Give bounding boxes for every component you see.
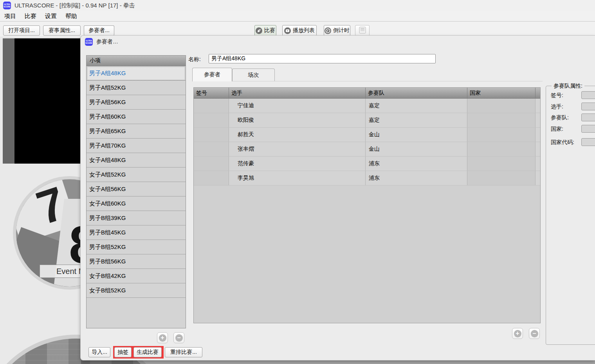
title-bar: ULTRA SCORE ULTRASCORE - [控制端] - 0.94 NP… (0, 0, 595, 11)
team-properties-group: 参赛队属性: 签号: 选手: 参赛队: 国家: 国家代码: (546, 86, 595, 345)
cell-filler (536, 171, 540, 185)
col-team[interactable]: 参赛队 (366, 88, 467, 98)
list-item[interactable]: 男子A组70KG (87, 139, 186, 153)
countdown-button[interactable]: 倒计时 (324, 25, 350, 36)
table-row[interactable]: 李昊旭 浦东 (194, 171, 540, 186)
cell-filler (536, 99, 540, 113)
name-label: 名称: (188, 56, 201, 63)
rocket-icon (256, 27, 262, 34)
app-logo-line2: SCORE (4, 5, 11, 8)
col-player[interactable]: 选手 (229, 88, 366, 98)
country-code-label: 国家代码: (551, 139, 574, 146)
cell-player: 张丰熠 (229, 142, 366, 156)
match-view-button[interactable]: 比赛 (254, 25, 276, 36)
window-title: ULTRASCORE - [控制端] - 0.94 NP [17] - 拳击 (14, 2, 135, 9)
minus-icon: − (531, 330, 538, 337)
participants-button[interactable]: 参赛者... (84, 25, 114, 36)
country-code-field[interactable] (581, 138, 595, 146)
event-list-header: 小项 (87, 56, 186, 66)
name-input[interactable] (209, 54, 436, 63)
tab-matches[interactable]: 场次 (232, 68, 275, 81)
list-item[interactable]: 女子B组52KG (87, 283, 186, 298)
cell-team: 金山 (366, 142, 467, 156)
cell-filler (536, 157, 540, 171)
col-country[interactable]: 国家 (467, 88, 536, 98)
cell-team: 嘉定 (366, 99, 467, 113)
tab-participants[interactable]: 参赛者 (192, 68, 232, 81)
list-item[interactable]: 男子B组56KG (87, 254, 186, 269)
list-item[interactable]: 女子A组60KG (87, 196, 186, 211)
import-button[interactable]: 导入... (88, 347, 110, 357)
table-row[interactable]: 郝胜天 金山 (194, 128, 540, 142)
cell-player: 郝胜天 (229, 128, 366, 142)
toolbar: 打开项目... 赛事属性... 参赛者... 比赛 播放列表 倒计时 (0, 22, 595, 37)
event-listbox: 小项 男子A组48KG 男子A组52KG 男子A组56KG 男子A组60KG 男… (86, 55, 186, 328)
country-field[interactable] (581, 125, 595, 133)
dialog-titlebar: ULTRA SCORE 参赛者… (85, 38, 118, 46)
table-row[interactable]: 范传豪 浦东 (194, 157, 540, 171)
video-preview (3, 38, 80, 164)
playlist-button[interactable]: 播放列表 (282, 25, 317, 36)
sign-field[interactable] (581, 91, 595, 99)
cell-player: 范传豪 (229, 157, 366, 171)
draw-lots-button[interactable]: 抽签 (114, 347, 132, 357)
cell-player: 李昊旭 (229, 171, 366, 185)
cell-team: 浦东 (366, 171, 467, 185)
list-remove-button[interactable]: − (173, 332, 184, 343)
list-item[interactable]: 女子A组56KG (87, 182, 186, 196)
list-item[interactable]: 男子A组56KG (87, 95, 186, 110)
rearrange-match-button[interactable]: 重排比赛... (165, 347, 202, 357)
table-row[interactable]: 张丰熠 金山 (194, 142, 540, 157)
cell-sign (194, 157, 229, 171)
list-item[interactable]: 女子A组52KG (87, 168, 186, 182)
participant-remove-button[interactable]: − (529, 328, 540, 339)
plus-icon: + (514, 330, 521, 337)
menu-match[interactable]: 比赛 (20, 11, 41, 22)
playlist-icon (284, 27, 291, 34)
cell-filler (536, 113, 540, 127)
cell-country (467, 171, 536, 185)
col-sign[interactable]: 签号 (194, 88, 229, 98)
list-add-button[interactable]: + (157, 332, 168, 343)
countdown-label: 倒计时 (333, 27, 350, 34)
cell-player: 宁佳迪 (229, 99, 366, 113)
list-item[interactable]: 男子A组60KG (87, 110, 186, 124)
list-item[interactable]: 男子A组65KG (87, 124, 186, 139)
menu-help[interactable]: 帮助 (61, 11, 81, 22)
notes-button[interactable] (355, 25, 370, 36)
list-item[interactable]: 男子B组45KG (87, 225, 186, 240)
participant-add-button[interactable]: + (512, 328, 523, 339)
cell-sign (194, 99, 229, 113)
open-project-button[interactable]: 打开项目... (3, 25, 40, 36)
cell-filler (536, 142, 540, 156)
team-field[interactable] (581, 114, 595, 121)
list-item[interactable]: 男子B组52KG (87, 240, 186, 254)
list-item[interactable]: 男子A组52KG (87, 81, 186, 95)
cell-team: 嘉定 (366, 113, 467, 127)
cell-sign (194, 113, 229, 127)
player-field[interactable] (581, 103, 595, 110)
list-item[interactable]: 男子A组48KG (87, 66, 186, 81)
cell-country (467, 128, 536, 142)
participants-dialog: ULTRA SCORE 参赛者… 小项 男子A组48KG 男子A组52KG 男子… (80, 35, 595, 360)
app-logo-icon: ULTRA SCORE (3, 2, 11, 9)
list-item[interactable]: 女子B组42KG (87, 269, 186, 283)
menu-project[interactable]: 项目 (0, 11, 20, 22)
minus-icon: − (175, 334, 183, 342)
dialog-logo-icon: ULTRA SCORE (85, 38, 93, 46)
table-row[interactable]: 宁佳迪 嘉定 (194, 99, 540, 113)
list-item[interactable]: 女子A组48KG (87, 153, 186, 168)
team-label: 参赛队: (551, 114, 569, 121)
cell-country (467, 142, 536, 156)
cell-player: 欧阳俊 (229, 113, 366, 127)
event-properties-button[interactable]: 赛事属性... (43, 25, 81, 36)
video-preview-strip (3, 38, 14, 164)
list-item[interactable]: 男子B组39KG (87, 211, 186, 225)
sign-label: 签号: (551, 92, 563, 99)
cell-team: 浦东 (366, 157, 467, 171)
generate-match-button[interactable]: 生成比赛 (133, 347, 162, 357)
table-row[interactable]: 欧阳俊 嘉定 (194, 113, 540, 128)
playlist-label: 播放列表 (293, 27, 315, 34)
menu-settings[interactable]: 设置 (41, 11, 61, 22)
cell-sign (194, 171, 229, 185)
